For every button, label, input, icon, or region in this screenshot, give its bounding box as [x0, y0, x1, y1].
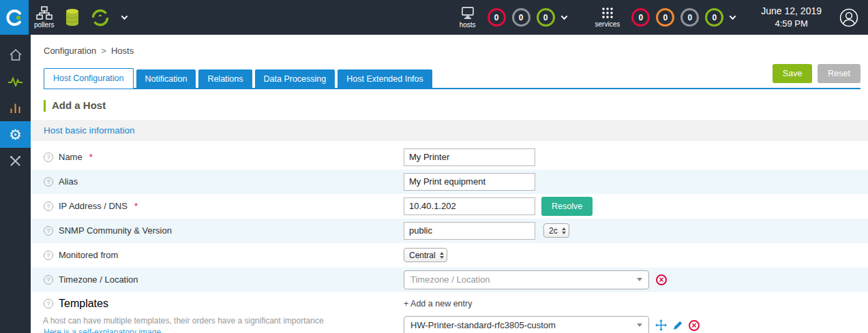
time-text: 4:59 PM	[761, 18, 822, 30]
help-icon[interactable]: ?	[44, 177, 53, 187]
tab-host-configuration[interactable]: Host Configuration	[44, 68, 134, 89]
poller-status[interactable]	[91, 8, 110, 27]
services-icon	[601, 7, 614, 19]
home-icon	[9, 48, 23, 61]
tab-relations[interactable]: Relations	[198, 69, 252, 88]
required-asterisk: *	[89, 152, 93, 162]
help-icon[interactable]: ?	[44, 202, 53, 211]
template-delete-icon[interactable]: ×	[689, 320, 700, 331]
tab-notification[interactable]: Notification	[136, 69, 196, 88]
pulse-icon	[8, 76, 23, 86]
timezone-select[interactable]: Timezone / Location	[404, 270, 649, 289]
datetime-display: June 12, 2019 4:59 PM	[761, 5, 822, 29]
template-select-value: HW-Printer-standard-rfc3805-custom	[410, 320, 556, 330]
form-row-snmp: ? SNMP Community & Version 2c	[31, 219, 868, 243]
help-icon[interactable]: ?	[44, 299, 53, 308]
alias-label: Alias	[59, 176, 78, 187]
form-row-timezone: ? Timezone / Location Timezone / Locatio…	[31, 268, 868, 292]
main-content: Configuration > Hosts Host Configuration…	[31, 35, 868, 333]
chevron-down-icon[interactable]	[121, 13, 128, 20]
database-icon	[65, 8, 80, 27]
ip-address-label: IP Address / DNS	[59, 201, 128, 211]
sidebar: ⚙	[0, 35, 31, 333]
services-critical-counter[interactable]: 0	[631, 8, 650, 27]
topbar-right: hosts 0 0 0 services 0 0 0 0 June 12, 20…	[454, 5, 868, 29]
date-text: June 12, 2019	[761, 5, 822, 18]
tab-bar: Host Configuration Notification Relation…	[44, 64, 860, 89]
chevron-down-icon	[637, 278, 642, 281]
breadcrumb-separator: >	[101, 46, 106, 56]
tab-data-processing[interactable]: Data Processing	[255, 69, 335, 88]
monitored-from-value: Central	[409, 251, 436, 260]
stepper-icon	[562, 227, 566, 234]
pollers-menu[interactable]: pollers	[34, 6, 54, 29]
sidebar-item-monitoring[interactable]	[0, 68, 31, 95]
alias-input[interactable]	[404, 173, 535, 191]
template-edit-icon[interactable]	[673, 321, 683, 330]
sidebar-item-configuration[interactable]: ⚙	[0, 121, 31, 148]
breadcrumb-current: Hosts	[111, 46, 134, 56]
templates-controls: + Add a new entry HW-Printer-standard-rf…	[404, 292, 700, 333]
resolve-button[interactable]: Resolve	[541, 197, 593, 216]
breadcrumb: Configuration > Hosts	[31, 35, 868, 63]
name-input[interactable]	[404, 148, 535, 166]
sidebar-item-reporting[interactable]	[0, 95, 31, 121]
chevron-down-icon	[637, 323, 642, 327]
sidebar-item-administration[interactable]	[0, 148, 31, 174]
services-ok-counter[interactable]: 0	[705, 8, 723, 27]
centreon-logo-icon	[5, 9, 23, 27]
database-status[interactable]	[65, 8, 80, 27]
snmp-community-label: SNMP Community & Version	[59, 225, 172, 236]
help-icon[interactable]: ?	[44, 153, 53, 162]
breadcrumb-link-configuration[interactable]: Configuration	[44, 46, 96, 56]
hosts-up-counter[interactable]: 0	[537, 8, 555, 27]
help-icon[interactable]: ?	[44, 251, 53, 260]
snmp-label-cell: ? SNMP Community & Version	[44, 225, 404, 236]
templates-note: A host can have multiple templates, thei…	[43, 316, 404, 326]
hosts-icon	[460, 7, 475, 20]
timezone-clear-icon[interactable]: ×	[656, 274, 667, 285]
reset-button[interactable]: Reset	[818, 64, 860, 83]
snmp-community-input[interactable]	[404, 222, 535, 240]
form-actions: Save Reset	[773, 64, 860, 88]
timezone-label: Timezone / Location	[59, 274, 138, 285]
gear-icon: ⚙	[9, 127, 22, 142]
hosts-chevron-down-icon[interactable]	[560, 13, 567, 20]
services-label: services	[595, 20, 620, 28]
templates-help-link[interactable]: Here is a self-explanatory image.	[44, 328, 404, 333]
stepper-icon	[440, 252, 444, 259]
section-header-host-basic-information[interactable]: Host basic information	[31, 120, 868, 141]
snmp-version-value: 2c	[549, 226, 558, 236]
hosts-label: hosts	[460, 21, 476, 29]
user-profile-icon[interactable]	[839, 8, 858, 27]
name-label-cell: ? Name *	[44, 152, 404, 162]
save-button[interactable]: Save	[773, 64, 813, 83]
pollers-icon	[36, 6, 53, 20]
hosts-unreachable-counter[interactable]: 0	[512, 8, 530, 27]
sidebar-item-home[interactable]	[0, 42, 31, 68]
alias-label-cell: ? Alias	[44, 176, 404, 187]
template-select[interactable]: HW-Printer-standard-rfc3805-custom	[404, 316, 649, 333]
templates-add-link[interactable]: + Add a new entry	[404, 296, 700, 311]
ip-address-input[interactable]	[404, 197, 535, 215]
services-chevron-down-icon[interactable]	[730, 13, 736, 20]
name-label: Name	[59, 152, 83, 162]
timezone-label-cell: ? Timezone / Location	[44, 274, 404, 285]
tab-host-extended-infos[interactable]: Host Extended Infos	[338, 69, 432, 88]
monitored-from-select[interactable]: Central	[404, 248, 447, 262]
monitored-label-cell: ? Monitored from	[44, 250, 404, 260]
services-unknown-counter[interactable]: 0	[680, 8, 699, 27]
tools-icon	[9, 155, 22, 168]
snmp-version-select[interactable]: 2c	[543, 223, 569, 238]
hosts-status-menu[interactable]: hosts	[460, 7, 476, 29]
pollers-label: pollers	[34, 21, 54, 29]
services-status-menu[interactable]: services	[595, 7, 620, 28]
hosts-down-counter[interactable]: 0	[488, 8, 506, 27]
help-icon[interactable]: ?	[44, 275, 53, 285]
form-row-name: ? Name *	[31, 145, 868, 170]
centreon-logo[interactable]	[0, 0, 29, 35]
services-warning-counter[interactable]: 0	[656, 8, 674, 27]
templates-label: Templates	[59, 298, 108, 310]
help-icon[interactable]: ?	[44, 226, 53, 236]
template-move-icon[interactable]	[655, 319, 667, 331]
